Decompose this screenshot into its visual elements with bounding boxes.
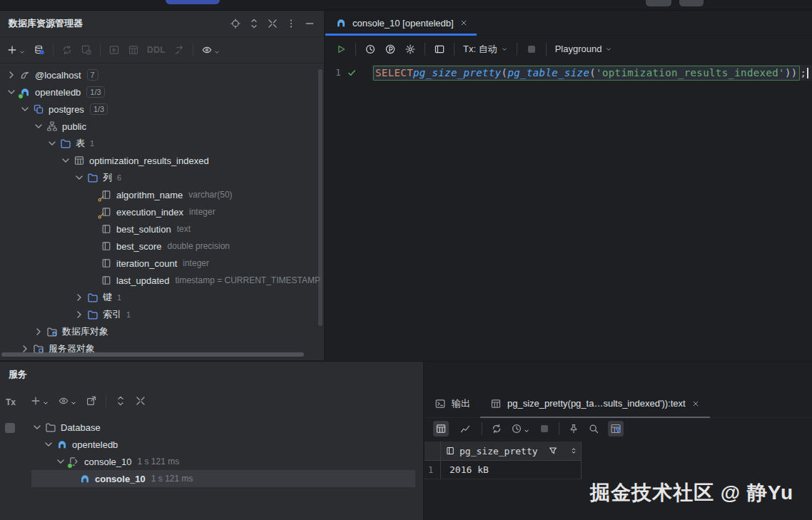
tree-row-localhost[interactable]: @localhost 7	[0, 66, 325, 83]
column-type: timestamp = CURRENT_TIMESTAMP	[175, 275, 320, 285]
tree-row-column[interactable]: iteration_count integer	[0, 255, 325, 272]
chart-view-button[interactable]	[457, 421, 473, 437]
ddl-button[interactable]: DDL	[147, 45, 166, 55]
code-line-1[interactable]: SELECT pg_size_pretty(pg_table_size('opt…	[373, 65, 808, 81]
duplicate-with-clock-icon[interactable]	[81, 44, 92, 56]
output-tab[interactable]: 输出	[425, 389, 480, 417]
collapse-all-icon[interactable]	[135, 395, 146, 407]
tx-mode-dropdown[interactable]: Tx: 自动	[463, 43, 508, 56]
chevron-down-icon[interactable]	[43, 439, 54, 450]
tree-row-column[interactable]: best_score double precision	[0, 238, 325, 255]
grid-cell-value[interactable]: 2016 kB	[441, 461, 582, 479]
filter-grid-button[interactable]	[608, 421, 624, 437]
search-icon[interactable]	[588, 423, 599, 434]
session-dropdown[interactable]: Playground	[555, 44, 613, 54]
service-row-console[interactable]: console_10 1 s 121 ms	[0, 453, 423, 470]
toolbar-separator	[559, 422, 559, 435]
top-control-1[interactable]	[646, 0, 671, 6]
sort-icon[interactable]	[569, 447, 578, 455]
pin-icon[interactable]	[568, 423, 579, 434]
history-button[interactable]	[511, 423, 530, 434]
tree-badge: 1/3	[90, 103, 108, 115]
settings-gear-icon[interactable]	[405, 44, 416, 55]
tree-row-column[interactable]: last_updated timestamp = CURRENT_TIMESTA…	[0, 272, 325, 289]
refresh-icon[interactable]	[61, 44, 73, 56]
datasource-properties-icon[interactable]	[34, 44, 45, 56]
history-icon[interactable]	[365, 44, 376, 55]
more-options-icon[interactable]	[285, 18, 297, 29]
open-table-icon[interactable]	[128, 44, 139, 56]
expand-all-icon[interactable]	[115, 395, 126, 407]
tree-row-column[interactable]: algorithm_name varchar(50)	[0, 186, 325, 203]
tree-row-column[interactable]: best_solution text	[0, 220, 325, 238]
filter-funnel-icon[interactable]	[548, 446, 558, 456]
tree-row-public[interactable]: public	[0, 118, 325, 135]
tree-row-tables-folder[interactable]: 表 1	[0, 135, 325, 152]
tree-label: best_score	[116, 241, 162, 252]
code-editor[interactable]: 1 SELECT pg_size_pretty(pg_table_size('o…	[325, 63, 812, 360]
chevron-down-icon[interactable]	[73, 172, 85, 183]
locate-icon[interactable]	[230, 18, 241, 29]
editor-tab-console10[interactable]: console_10 [openteledb]	[325, 11, 477, 35]
database-objects-folder-icon	[46, 326, 58, 337]
top-control-2[interactable]	[679, 0, 704, 6]
session-label: Playground	[555, 44, 602, 54]
expand-all-icon[interactable]	[248, 18, 260, 29]
tree-row-postgres[interactable]: postgres 1/3	[0, 101, 325, 118]
tree-row-db-objects[interactable]: 数据库对象	[0, 323, 325, 340]
tree-row-openteledb[interactable]: openteledb 1/3	[0, 83, 325, 101]
view-options-button[interactable]	[58, 395, 77, 407]
jump-to-icon[interactable]	[173, 44, 185, 56]
view-options-button[interactable]	[201, 44, 220, 56]
tree-row-indexes-folder[interactable]: 索引 1	[0, 306, 325, 323]
chevron-down-icon[interactable]	[33, 121, 44, 132]
toolbar-separator	[425, 43, 425, 56]
grid-data-row[interactable]: 1 2016 kB	[425, 461, 582, 479]
collapse-all-icon[interactable]	[267, 18, 278, 29]
chevron-down-icon[interactable]	[31, 422, 43, 433]
tree-row-keys-folder[interactable]: 键 1	[0, 289, 325, 306]
explorer-tree: @localhost 7 openteledb 1/3 postgres 1/3…	[0, 66, 325, 360]
tree-row-column[interactable]: execution_index integer	[0, 203, 325, 220]
tree-row-table[interactable]: optimization_results_indexed	[0, 152, 325, 169]
add-service-button[interactable]	[30, 395, 49, 407]
result-toolbar	[425, 418, 812, 439]
chevron-down-icon[interactable]	[60, 155, 71, 166]
chevron-right-icon[interactable]	[33, 326, 44, 337]
stop-icon[interactable]	[526, 44, 537, 55]
run-icon[interactable]	[335, 44, 347, 55]
chevron-down-icon[interactable]	[55, 456, 66, 467]
grid-view-button[interactable]	[433, 421, 449, 437]
hide-panel-icon[interactable]	[304, 18, 315, 29]
service-row-console-selected[interactable]: console_10 1 s 121 ms	[31, 470, 415, 487]
chevron-down-icon[interactable]	[46, 138, 58, 149]
parameters-icon[interactable]	[385, 44, 396, 55]
tx-side-button[interactable]: Tx	[6, 397, 16, 407]
grid-header-row: pg_size_pretty	[425, 442, 582, 461]
open-console-icon[interactable]	[108, 44, 120, 56]
in-editor-results-icon[interactable]	[434, 44, 445, 55]
vertical-scrollbar[interactable]	[318, 69, 323, 326]
chevron-right-icon[interactable]	[6, 69, 17, 81]
chevron-down-icon[interactable]	[6, 86, 17, 98]
service-row-database[interactable]: Database	[0, 419, 423, 436]
chevron-right-icon[interactable]	[73, 309, 85, 320]
top-blue-control[interactable]	[166, 0, 220, 4]
grid-column-header[interactable]: pg_size_pretty	[441, 442, 582, 460]
close-tab-icon[interactable]	[460, 19, 468, 27]
toolbar-separator	[53, 44, 54, 56]
stop-icon[interactable]	[539, 423, 550, 434]
new-datasource-button[interactable]	[6, 44, 26, 56]
tree-row-columns-folder[interactable]: 列 6	[0, 169, 325, 186]
tree-label: public	[62, 121, 86, 132]
chevron-right-icon[interactable]	[73, 292, 85, 303]
reload-icon[interactable]	[491, 423, 502, 434]
chevron-down-icon[interactable]	[19, 103, 31, 115]
service-row-openteledb[interactable]: openteledb	[0, 436, 423, 453]
sql-function: pg_size_pretty	[413, 67, 502, 78]
close-tab-icon[interactable]	[691, 399, 700, 408]
horizontal-scrollbar[interactable]	[1, 352, 304, 357]
os-top-strip	[0, 0, 812, 11]
result-tab[interactable]: pg_size_pretty(pg_ta…sults_indexed')):te…	[480, 389, 710, 417]
open-in-new-icon[interactable]	[86, 395, 97, 407]
